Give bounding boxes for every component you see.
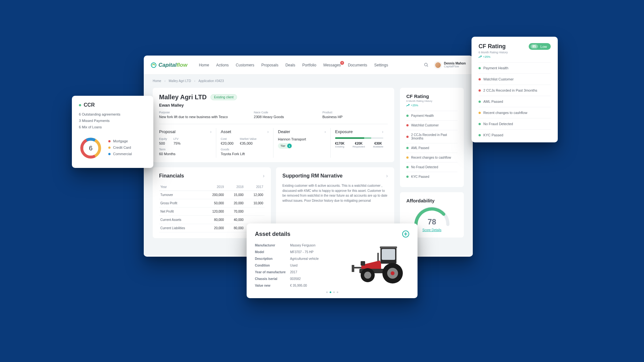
carousel-dots[interactable] — [255, 291, 409, 293]
trend-up-icon — [406, 104, 410, 107]
chevron-right-icon[interactable]: › — [263, 173, 264, 179]
cf-rating-item: Watchlist Customer — [479, 73, 551, 85]
status-dot-icon — [479, 123, 481, 125]
equity-value: 500 — [159, 141, 167, 145]
ccr-title: CCR — [79, 102, 146, 108]
svg-rect-12 — [377, 253, 379, 261]
status-dot-icon — [479, 101, 481, 103]
nav-proposals[interactable]: Proposals — [261, 63, 278, 67]
cf-rating-item: 2 CCJs Recorded in Past 3months — [479, 85, 551, 96]
topbar: Capitalflow Home Actions Customers Propo… — [144, 56, 473, 75]
term-value: 60 Months — [159, 152, 211, 156]
ccr-line: 6 Outstanding agreements — [79, 111, 146, 117]
financials-title: Financials — [159, 173, 184, 179]
nav-home[interactable]: Home — [199, 63, 209, 67]
chevron-right-icon[interactable]: › — [386, 173, 388, 179]
risk-level: Low — [540, 45, 547, 49]
nace-label: Nace Code — [254, 111, 319, 114]
tab-proposal[interactable]: Proposal› — [159, 129, 211, 134]
chevron-right-icon: › — [267, 129, 269, 134]
company-name: Malley Agri LTD — [159, 94, 207, 101]
tier-toggle[interactable]: Tier 1 — [278, 143, 292, 149]
asset-spec-row: ManufacturerMassey Ferguson — [255, 242, 339, 249]
product-label: Product — [322, 111, 388, 114]
cost-value: €20,000 — [221, 141, 234, 145]
svg-point-15 — [364, 272, 371, 279]
col-2018: 2018 — [225, 183, 245, 191]
tab-exposure[interactable]: Exposure› — [335, 129, 383, 134]
cf-rating-subtitle: 6 Month Rating History — [406, 100, 457, 102]
narrative-body: Existing customer with 6 active accounts… — [282, 183, 388, 203]
svg-point-0 — [151, 63, 156, 67]
status-dot-icon — [479, 67, 481, 69]
logo[interactable]: Capitalflow — [151, 62, 188, 68]
status-dot-icon — [479, 112, 481, 114]
nav-portfolio[interactable]: Portfolio — [302, 63, 316, 67]
asset-spec-row: ConditionUsed — [255, 262, 339, 269]
cf-rating-item: KYC Passed — [479, 129, 551, 140]
breadcrumb: Home › Malley Agri LTD › Application #34… — [144, 75, 473, 85]
dealer-name: Hannon Transport — [278, 137, 326, 141]
crumb-company[interactable]: Malley Agri LTD — [169, 79, 191, 83]
legend-dot-icon — [108, 153, 111, 155]
table-row: Net Profit120,00070,000 — [159, 207, 264, 216]
cf-rating-popover: CF Rating 6 Month Rating History +25% 85… — [471, 37, 558, 142]
logo-icon — [151, 62, 157, 68]
affordability-gauge: 78 — [413, 205, 451, 228]
contact-name: Ewan Malley — [159, 103, 388, 108]
exposure-available: €30K — [373, 142, 383, 145]
asset-details-title: Asset details — [255, 231, 290, 238]
status-dot-icon — [406, 176, 409, 178]
status-dot-icon — [479, 78, 481, 80]
exposure-requested-label: Requested — [353, 145, 365, 148]
nace-value: 2308 Heavy Goods — [254, 115, 319, 119]
status-dot-icon — [406, 147, 409, 149]
market-value-label: Market Value — [240, 137, 257, 140]
svg-rect-11 — [361, 261, 365, 266]
exposure-available-label: Available — [373, 145, 383, 148]
cf-rating-trend: +25% — [479, 55, 508, 58]
goods-value: Toyota Fork Lift — [221, 152, 269, 156]
cf-rating-subtitle: 6 Month Rating History — [479, 51, 508, 54]
table-row: Current Assets80,00040,000 — [159, 216, 264, 224]
table-row: Turnover200,00015,00012,000 — [159, 191, 264, 199]
svg-rect-20 — [352, 265, 354, 272]
asset-spec-row: Value new€ 35,995.00 — [255, 282, 339, 289]
cf-rating-side-panel: CF Rating 6 Month Rating History +25% Pa… — [400, 88, 464, 187]
cf-rating-title: CF Rating — [479, 43, 508, 50]
asset-details-popover: Asset details ManufacturerMassey Ferguso… — [247, 223, 418, 298]
nav-deals[interactable]: Deals — [285, 63, 295, 67]
user-menu[interactable]: Dennis Mahon CapitalFlow — [434, 62, 466, 69]
legend-dot-icon — [108, 147, 111, 149]
table-row: Gross Profit50,00020,00010,000 — [159, 199, 264, 207]
svg-rect-19 — [354, 267, 361, 268]
crumb-application[interactable]: Application #3423 — [198, 79, 224, 83]
nav-actions[interactable]: Actions — [216, 63, 229, 67]
affordability-score: 78 — [413, 217, 451, 226]
status-dot-icon — [406, 156, 409, 159]
svg-line-2 — [427, 65, 428, 66]
status-dot-icon — [406, 166, 409, 168]
nav-documents[interactable]: Documents — [348, 63, 367, 67]
ccr-line: 6 Mix of Loans — [79, 124, 146, 130]
status-dot-icon — [479, 134, 481, 136]
nav-settings[interactable]: Settings — [374, 63, 388, 67]
add-asset-button[interactable] — [402, 230, 409, 238]
cf-rating-item: AML Passed — [406, 143, 457, 153]
cf-rating-item: Recent changes to cashflow — [479, 107, 551, 118]
search-icon[interactable] — [424, 63, 429, 67]
status-dot-icon — [406, 115, 409, 117]
nav-messages[interactable]: Messages4 — [323, 63, 341, 67]
ccr-legend: MortgageCredit CardCommercial — [108, 138, 132, 157]
crumb-home[interactable]: Home — [153, 79, 161, 83]
cost-label: Cost — [221, 137, 234, 140]
status-dot-icon — [79, 104, 81, 106]
tab-asset[interactable]: Asset› — [221, 129, 269, 134]
nav-customers[interactable]: Customers — [236, 63, 254, 67]
tier-label: Tier — [280, 144, 285, 147]
equity-label: Equity — [159, 137, 167, 140]
chevron-right-icon: › — [194, 79, 195, 83]
application-header-card: Malley Agri LTD Existing client Ewan Mal… — [153, 88, 394, 162]
user-role: CapitalFlow — [444, 65, 466, 68]
tab-dealer[interactable]: Dealer› — [278, 129, 326, 134]
